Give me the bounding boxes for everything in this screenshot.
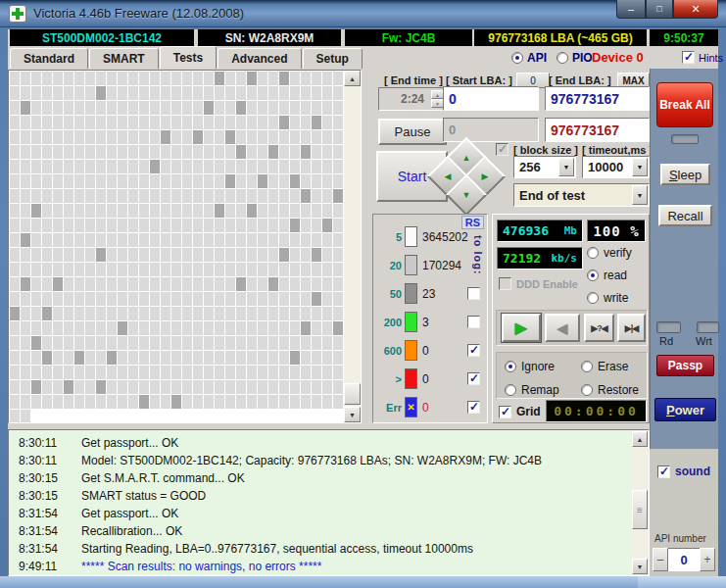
map-cell [150, 233, 160, 247]
map-cell [204, 145, 214, 159]
radio-write[interactable]: write [587, 291, 632, 305]
hints-checkbox[interactable] [682, 51, 695, 64]
map-cell [74, 189, 84, 203]
dropdown-arrow-icon[interactable]: ▼ [632, 158, 648, 176]
skip-end-button[interactable]: ▶|◀ [617, 314, 646, 342]
tab-standard[interactable]: Standard [10, 48, 88, 69]
grid-checkbox[interactable] [499, 406, 511, 418]
power-button[interactable]: Power [654, 398, 716, 421]
map-cell [21, 145, 30, 159]
map-cell [85, 366, 95, 379]
passport-button[interactable]: Passp [656, 355, 714, 376]
map-cell [258, 336, 267, 350]
read-led-label: Rd [659, 335, 673, 347]
api-minus-button[interactable]: – [653, 548, 668, 571]
end-time-spinner[interactable]: 2:24 ▲ ▼ [378, 87, 447, 111]
map-cell [279, 277, 289, 291]
map-cell [107, 263, 117, 276]
close-button[interactable]: × [673, 0, 718, 19]
scroll-down-icon[interactable]: ▼ [344, 407, 361, 422]
api-radio[interactable]: API [511, 51, 547, 65]
map-cell [290, 366, 300, 379]
play-button[interactable]: ▶ [502, 314, 541, 342]
map-cell [236, 189, 246, 203]
log-scroll-up-icon[interactable]: ▲ [632, 431, 648, 447]
map-cell [322, 292, 332, 306]
block-size-select[interactable]: 256 ▼ [513, 156, 576, 178]
maximize-button[interactable]: □ [646, 0, 673, 19]
reverse-button[interactable]: ◀ [545, 314, 580, 342]
pio-radio[interactable]: PIO [557, 51, 593, 65]
break-all-button[interactable]: Break All [656, 82, 713, 127]
log-scroll-thumb[interactable]: ≡ [632, 490, 648, 529]
radio-verify[interactable]: verify [587, 246, 632, 260]
bin-log-checkbox[interactable] [467, 401, 480, 414]
resize-grip[interactable] [638, 576, 726, 588]
map-cell [118, 366, 127, 379]
map-cell [118, 130, 127, 144]
radio-read[interactable]: read [587, 269, 632, 282]
timeout-select[interactable]: 10000 ▼ [582, 156, 650, 178]
map-cell [53, 336, 63, 350]
map-cell [31, 321, 41, 335]
map-cell [150, 321, 160, 335]
radio-erase[interactable]: Erase [581, 359, 647, 375]
scroll-up-icon[interactable]: ▲ [344, 71, 361, 86]
map-cell [268, 380, 278, 394]
api-plus-button[interactable]: + [700, 548, 715, 571]
map-cell [258, 263, 267, 276]
end-time-value: 2:24 [401, 92, 424, 106]
map-cell [53, 366, 63, 379]
bin-log-checkbox[interactable] [467, 316, 480, 328]
log-scrollbar[interactable]: ▲ ≡ ▼ [632, 431, 648, 574]
map-cell [96, 219, 106, 232]
recall-button[interactable]: Recall [658, 205, 712, 226]
map-cell [290, 395, 300, 409]
log-time: 8:30:15 [19, 487, 66, 505]
tab-advanced[interactable]: Advanced [218, 48, 301, 69]
map-cell [247, 366, 257, 379]
grid-checkbox-row[interactable]: Grid [499, 405, 541, 418]
map-cell [10, 130, 20, 144]
tab-setup[interactable]: Setup [303, 48, 363, 69]
log-entries: 8:30:11Get passport... OK8:30:11Model: S… [9, 434, 631, 575]
map-cell [31, 336, 41, 350]
map-cell [333, 366, 343, 379]
bin-log-checkbox[interactable] [467, 344, 480, 357]
radio-remap[interactable]: Remap [505, 382, 581, 399]
sound-checkbox-row[interactable]: sound [657, 465, 710, 478]
minimize-button[interactable]: – [616, 0, 646, 19]
bin-log-checkbox[interactable] [467, 372, 480, 385]
end-lba-input[interactable]: 976773167 [545, 86, 650, 111]
radio-ignore[interactable]: Ignore [505, 359, 581, 375]
map-cell [279, 219, 289, 232]
skip-search-button[interactable]: ▶?◀ [584, 314, 614, 342]
map-cell [236, 233, 246, 247]
map-cell [10, 380, 20, 394]
dropdown-arrow-icon[interactable]: ▼ [558, 158, 574, 176]
radio-restore[interactable]: Restore [581, 382, 647, 399]
sleep-button[interactable]: Sleep [660, 164, 710, 185]
start-lba-input[interactable]: 0 [443, 86, 539, 111]
dropdown-arrow-icon[interactable]: ▼ [632, 185, 648, 205]
speed-display: 72192 kb/s [497, 247, 583, 270]
title-bar[interactable]: Victoria 4.46b Freeware (12.08.2008) – □… [0, 0, 726, 27]
map-scrollbar[interactable]: ▲ ▼ [344, 71, 361, 422]
device-indicator[interactable]: Device 0 [592, 50, 644, 65]
map-cell [290, 174, 300, 188]
map-cell [171, 72, 181, 85]
bin-log-checkbox[interactable] [467, 287, 480, 300]
surface-map-panel: ▲ ▼ [8, 70, 362, 423]
tab-tests[interactable]: Tests [160, 46, 217, 69]
map-scroll-thumb[interactable] [344, 383, 361, 405]
hints-checkbox-row[interactable]: Hints [682, 51, 723, 64]
map-cell [247, 86, 257, 100]
map-cell [312, 351, 321, 365]
map-cell [74, 380, 84, 394]
map-cell [10, 189, 20, 203]
log-scroll-down-icon[interactable]: ▼ [632, 559, 648, 574]
sound-checkbox[interactable] [657, 466, 670, 478]
tab-smart[interactable]: SMART [89, 48, 159, 69]
map-cell [247, 380, 257, 394]
end-action-select[interactable]: End of test ▼ [513, 183, 650, 207]
